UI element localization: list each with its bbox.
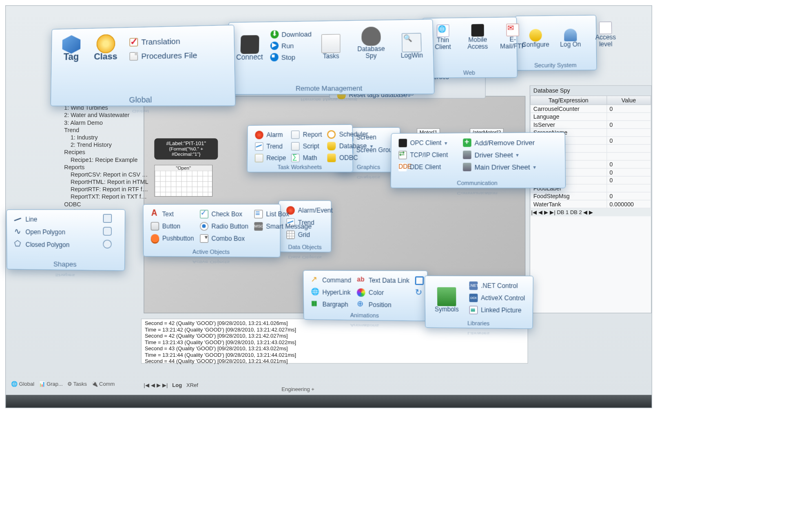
color-button[interactable]: Color: [355, 287, 412, 298]
table-row[interactable]: WaterTank0.000000: [531, 200, 651, 208]
listbox-button[interactable]: List Box: [252, 209, 314, 219]
translation-icon: [130, 38, 138, 46]
database-spy-button[interactable]: Database Spy: [348, 24, 394, 62]
picture-icon: [469, 306, 478, 314]
mini-grid: "Open": [154, 165, 212, 197]
run-button[interactable]: Run: [268, 40, 314, 51]
bottom-tabs[interactable]: 🌐 Global 📊 Grap... ⚙ Tasks 🔌 Comm: [11, 381, 144, 392]
remote-caption: Remote Management: [227, 84, 434, 93]
add-remove-driver-button[interactable]: Add/Remove Driver: [461, 137, 560, 148]
tree-item[interactable]: ReportTXT: Report in TXT format: [64, 193, 149, 200]
combobox-button[interactable]: Combo Box: [198, 233, 250, 244]
clock-icon: [327, 130, 336, 139]
radio-button[interactable]: Radio Button: [198, 221, 251, 232]
email-ftp-button[interactable]: E-Mail/FTP: [497, 21, 529, 52]
tasks-icon: [321, 34, 341, 53]
smart-message-button[interactable]: MSGSmart Message: [252, 221, 314, 232]
translation-button[interactable]: Translation: [128, 35, 199, 48]
line-button[interactable]: Line: [12, 214, 101, 225]
closed-polygon-button[interactable]: Closed Polygon: [12, 239, 101, 250]
alarm-button[interactable]: Alarm: [253, 130, 288, 140]
engineering-label: Engineering +: [281, 387, 387, 394]
user-icon: [564, 29, 577, 41]
tree-item[interactable]: ODBC: [64, 200, 149, 208]
taskws-caption: Task Worksheets: [248, 164, 353, 170]
table-row[interactable]: Language: [531, 113, 651, 121]
checkbox-button[interactable]: Check Box: [198, 209, 251, 219]
tree-item[interactable]: Recipes: [64, 148, 149, 156]
stop-button[interactable]: Stop: [268, 52, 314, 63]
symbols-button[interactable]: Symbols: [430, 280, 463, 315]
odbc-icon: [327, 154, 336, 162]
trend-icon: [255, 142, 263, 151]
recipe-icon: [255, 154, 263, 162]
tree-item[interactable]: 1: Industry: [64, 134, 149, 141]
tree-item[interactable]: ReportCSV: Report in CSV format: [64, 171, 149, 178]
script-button[interactable]: Script: [289, 141, 324, 151]
dde-icon: DDE: [398, 163, 407, 172]
bargraph-button[interactable]: Bargraph: [309, 299, 354, 310]
activex-control-button[interactable]: ocxActiveX Control: [467, 293, 527, 304]
main-driver-sheet-button[interactable]: Main Driver Sheet: [461, 161, 560, 172]
tree-item[interactable]: Trend: [64, 126, 149, 133]
key-icon: [529, 29, 542, 42]
math-icon: [291, 154, 300, 162]
line-icon: [14, 215, 22, 224]
connect-button[interactable]: Connect: [233, 33, 266, 63]
global-ribbon-group: Tag Class Translation Procedures File Gl…: [51, 25, 236, 106]
tree-item[interactable]: 3: Alarm Demo: [64, 119, 149, 126]
ellipse-button[interactable]: [103, 240, 111, 248]
tree-item[interactable]: ReportRTF: Report in RTF format: [64, 186, 149, 193]
rounded-rectangle-button[interactable]: [103, 227, 112, 236]
button-icon: [151, 222, 159, 231]
script-icon: [291, 142, 300, 150]
class-button[interactable]: Class: [90, 32, 122, 62]
col-value: Value: [606, 96, 651, 105]
hyperlink-button[interactable]: HyperLink: [309, 287, 353, 298]
scheduler-button[interactable]: Scheduler: [325, 129, 375, 140]
access-level-button[interactable]: Access level: [590, 19, 622, 50]
opc-client-button[interactable]: OPC Client: [396, 137, 459, 148]
position-icon: [357, 301, 365, 309]
linked-picture-button[interactable]: Linked Picture: [467, 305, 527, 316]
trend-button[interactable]: Trend: [253, 141, 288, 152]
tcpip-client-button[interactable]: TCP/IP Client: [396, 150, 459, 160]
mobile-access-button[interactable]: Mobile Access: [462, 22, 493, 52]
os-taskbar[interactable]: [6, 395, 651, 407]
table-row[interactable]: IsServer0: [531, 121, 651, 129]
report-button[interactable]: Report: [289, 129, 324, 140]
text-button[interactable]: Text: [148, 209, 196, 219]
tag-button[interactable]: Tag: [57, 33, 86, 63]
recipe-button[interactable]: Recipe: [253, 153, 288, 163]
database-button[interactable]: Database: [325, 141, 375, 152]
button-button[interactable]: Button: [149, 221, 196, 232]
database-spy-title: Database Spy: [530, 86, 651, 95]
download-button[interactable]: Download: [268, 29, 314, 40]
log-xref-tabs[interactable]: |◀ ◀ ▶ ▶| Log XRef: [144, 382, 303, 391]
logwin-button[interactable]: LogWin: [396, 31, 428, 61]
logon-button[interactable]: Log On: [555, 20, 586, 50]
tree-item[interactable]: Reports: [64, 163, 149, 170]
tasks-button[interactable]: Tasks: [316, 32, 346, 62]
text-data-link-button[interactable]: Text Data Link: [355, 275, 412, 286]
driver-sheet-button[interactable]: Driver Sheet: [461, 149, 560, 160]
global-caption: Global: [51, 95, 235, 104]
rectangle-button[interactable]: [103, 214, 112, 223]
tree-item[interactable]: 2: Trend History: [64, 141, 149, 148]
open-polygon-button[interactable]: Open Polygon: [12, 227, 101, 238]
odbc-button[interactable]: ODBC: [325, 153, 375, 164]
database-spy-nav[interactable]: |◀ ◀ ▶ ▶| DB 1 DB 2 ◀ ▶: [530, 208, 651, 216]
table-row[interactable]: CarrouselCounter0: [531, 105, 651, 113]
web-icon: [437, 24, 449, 37]
ocx-icon: ocx: [469, 294, 478, 302]
net-control-button[interactable]: .NET.NET Control: [467, 281, 527, 292]
position-button[interactable]: Position: [355, 299, 411, 310]
pushbutton-button[interactable]: Pushbutton: [149, 233, 196, 244]
math-button[interactable]: Math: [289, 153, 324, 163]
tree-item[interactable]: Recipe1: Recipe Example: [64, 156, 149, 163]
command-button[interactable]: Command: [309, 275, 354, 285]
procedures-button[interactable]: Procedures File: [128, 49, 199, 62]
dde-client-button[interactable]: DDEDDE Client: [396, 162, 459, 172]
tree-item[interactable]: ReportHTML: Report in HTML: [64, 178, 149, 186]
run-icon: [270, 42, 279, 50]
